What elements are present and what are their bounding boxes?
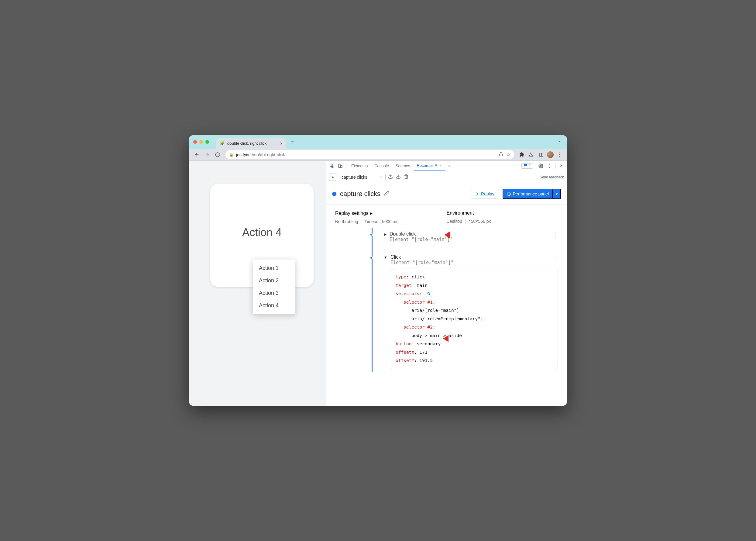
address-bar[interactable]: 🔒 jec.fyi/demo/dbl-right-click ☆ <box>225 150 514 159</box>
svg-rect-3 <box>539 153 543 156</box>
issues-badge[interactable]: 1 <box>522 163 533 169</box>
kebab-icon[interactable]: ⋮ <box>546 162 553 170</box>
replay-settings-toggle[interactable]: Replay settings ▸ <box>335 210 447 216</box>
svg-point-8 <box>540 165 542 167</box>
new-recording-button[interactable]: + <box>329 174 336 181</box>
tab-close-icon[interactable]: × <box>280 141 283 146</box>
throttling-value: No throttling <box>335 219 358 224</box>
tab-favicon: 🧩 <box>220 141 225 146</box>
content-area: Action 4 Action 1 Action 2 Action 3 Acti… <box>189 161 567 406</box>
device-mode-icon[interactable] <box>336 162 344 170</box>
step-details: type: click target: main selectors: sele… <box>391 269 558 369</box>
pick-selector-icon[interactable] <box>426 291 432 297</box>
browser-window: 🧩 double click, right click × + 🔒 jec.fy… <box>189 135 567 406</box>
delete-icon[interactable] <box>404 174 409 180</box>
settings-icon[interactable] <box>537 162 545 170</box>
tabs-overflow-icon[interactable] <box>557 139 562 145</box>
recorder-toolbar: + capture clicks Send feedback <box>326 171 567 183</box>
toolbar: 🔒 jec.fyi/demo/dbl-right-click ☆ ⋮ <box>189 149 567 161</box>
extension-icons: ⋮ <box>518 151 564 159</box>
step-marker <box>370 233 373 236</box>
forward-button[interactable] <box>203 151 211 159</box>
lock-icon: 🔒 <box>229 153 234 157</box>
context-menu-item[interactable]: Action 4 <box>253 299 295 312</box>
step-menu-icon[interactable]: ⋮ <box>553 255 558 261</box>
export-icon[interactable] <box>388 174 393 180</box>
edit-title-icon[interactable] <box>384 191 389 197</box>
context-menu: Action 1 Action 2 Action 3 Action 4 <box>253 260 295 314</box>
step-subtitle: Element "[role="main"]" <box>390 260 454 265</box>
send-feedback-link[interactable]: Send feedback <box>540 175 564 179</box>
step-menu-icon[interactable]: ⋮ <box>553 231 558 238</box>
recorder-body: Replay settings ▸ No throttling Timeout:… <box>326 205 567 406</box>
card-title: Action 4 <box>242 226 282 239</box>
recording-select[interactable]: capture clicks <box>342 175 383 180</box>
flask-icon[interactable] <box>528 151 536 159</box>
profile-avatar[interactable] <box>547 151 554 158</box>
recording-title: capture clicks <box>340 190 380 198</box>
back-button[interactable] <box>192 151 201 159</box>
tab-title: double click, right click <box>227 141 277 146</box>
close-devtools-icon[interactable]: ✕ <box>557 162 565 170</box>
tab-close-icon[interactable]: × <box>440 163 442 168</box>
annotation-arrow <box>445 230 460 241</box>
page-viewport: Action 4 Action 1 Action 2 Action 3 Acti… <box>189 161 326 406</box>
reload-button[interactable] <box>213 151 222 159</box>
device-value: Desktop <box>447 219 462 224</box>
step-marker <box>370 256 373 259</box>
more-tabs-icon[interactable]: » <box>446 162 454 170</box>
close-window-button[interactable] <box>193 140 197 144</box>
tab-console[interactable]: Console <box>371 161 392 171</box>
step-title: Click <box>390 255 454 260</box>
share-icon[interactable] <box>499 152 503 158</box>
titlebar: 🧩 double click, right click × + <box>189 135 567 149</box>
window-controls <box>193 140 209 144</box>
panel-icon[interactable] <box>537 151 545 159</box>
inspect-icon[interactable] <box>328 162 336 170</box>
chevron-right-icon: ▸ <box>370 210 373 216</box>
performance-panel-button[interactable]: Performance panel <box>503 189 553 199</box>
step-click: ▼ Click Element "[role="main"]" ⋮ type: … <box>372 252 567 372</box>
timeout-value: Timeout: 5000 ms <box>364 219 398 224</box>
tab-recorder[interactable]: Recorder × <box>414 161 445 171</box>
tab-sources[interactable]: Sources <box>393 161 413 171</box>
annotation-arrow <box>443 334 458 343</box>
devtools-tabs: Elements Console Sources Recorder × » 1 … <box>326 161 567 171</box>
recording-status-dot <box>332 192 336 196</box>
settings-row: Replay settings ▸ No throttling Timeout:… <box>326 205 567 228</box>
import-icon[interactable] <box>396 174 401 180</box>
tab-elements[interactable]: Elements <box>348 161 371 171</box>
maximize-window-button[interactable] <box>205 140 209 144</box>
devtools-panel: Elements Console Sources Recorder × » 1 … <box>326 161 567 406</box>
new-tab-button[interactable]: + <box>291 139 295 146</box>
environment-label: Environment <box>447 210 558 216</box>
collapse-step-icon[interactable]: ▼ <box>384 255 387 260</box>
step-double-click: ▶ Double click Element "[role="main"]" ⋮ <box>372 228 567 245</box>
context-menu-item[interactable]: Action 3 <box>253 287 295 299</box>
bookmark-icon[interactable]: ☆ <box>506 152 511 158</box>
context-menu-item[interactable]: Action 1 <box>253 262 295 274</box>
step-subtitle: Element "[role="main"]" <box>390 237 453 242</box>
minimize-window-button[interactable] <box>199 140 203 144</box>
expand-step-icon[interactable]: ▶ <box>384 232 387 237</box>
svg-marker-11 <box>476 193 479 196</box>
performance-panel-dropdown[interactable]: ▾ <box>553 189 561 199</box>
context-menu-item[interactable]: Action 2 <box>253 274 295 287</box>
url-text: jec.fyi/demo/dbl-right-click <box>236 152 285 157</box>
browser-tab[interactable]: 🧩 double click, right click × <box>216 138 286 149</box>
recording-header: capture clicks Replay Performance panel … <box>326 183 567 205</box>
step-title: Double click <box>390 231 453 237</box>
chrome-menu-icon[interactable]: ⋮ <box>556 151 564 159</box>
viewport-value: 458×566 px <box>469 219 491 224</box>
steps-timeline: ▶ Double click Element "[role="main"]" ⋮ <box>326 228 567 372</box>
replay-button[interactable]: Replay <box>471 189 499 199</box>
extensions-icon[interactable] <box>518 151 526 159</box>
